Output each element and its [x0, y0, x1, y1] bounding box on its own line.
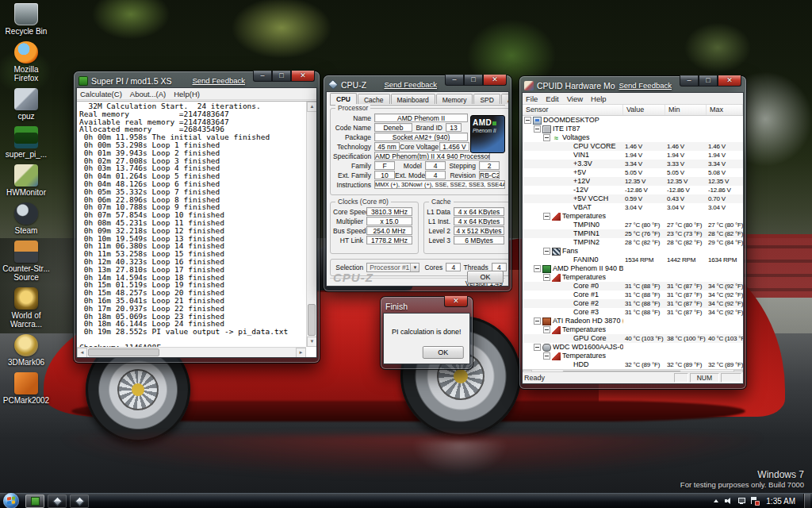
minimize-button[interactable]: –: [680, 75, 699, 87]
cpuz-tab[interactable]: SPD: [473, 94, 500, 104]
superpi-titlebar[interactable]: Super PI / mod1.5 XS Send Feedback – □ ✕: [76, 74, 317, 87]
sensor-row[interactable]: FANIN0 1534 RPM 1442 RPM 1634 RPM: [523, 256, 743, 264]
tree-collapse-toggle[interactable]: [534, 125, 541, 133]
finish-dialog-titlebar[interactable]: Finish ✕: [383, 299, 470, 313]
desktop-icon[interactable]: Steam: [2, 202, 51, 235]
show-hidden-icons-button[interactable]: [712, 497, 720, 505]
action-center-flag-icon[interactable]: [750, 497, 758, 505]
ok-button[interactable]: OK: [423, 346, 464, 359]
menu-item[interactable]: File: [526, 94, 538, 103]
column-header[interactable]: Value: [623, 105, 665, 115]
desktop-icon[interactable]: 3DMark06: [2, 334, 51, 367]
sensor-row[interactable]: Temperatures: [523, 325, 743, 334]
close-button[interactable]: ✕: [444, 296, 468, 307]
maximize-button[interactable]: □: [699, 75, 718, 87]
desktop-icon[interactable]: Mozilla Firefox: [2, 41, 51, 83]
cpuz-tab[interactable]: Cache: [358, 94, 390, 104]
taskbar-clock[interactable]: 1:35 AM: [763, 497, 799, 506]
tree-collapse-toggle[interactable]: [534, 344, 541, 351]
sensor-row[interactable]: CPU VCORE 1.46 V 1.46 V 1.46 V: [523, 142, 743, 151]
desktop-icon[interactable]: HWMonitor: [2, 164, 51, 197]
sensor-row[interactable]: +3.3V 3.34 V 3.33 V 3.34 V: [523, 160, 743, 168]
column-header[interactable]: Sensor: [523, 105, 623, 115]
menu-item[interactable]: Calculate(C): [80, 90, 122, 98]
send-feedback-link[interactable]: Send Feedback: [384, 80, 437, 89]
sensor-row[interactable]: GPU Core 40 °C (103 °F) 38 °C (100 °F) 4…: [523, 334, 743, 343]
sensor-row[interactable]: Temperatures: [523, 273, 743, 282]
sensor-row[interactable]: Fans: [523, 247, 743, 256]
sensor-row[interactable]: WDC WD1600AAJS-00B...: [523, 343, 743, 352]
taskbar-button[interactable]: [25, 495, 44, 508]
sensor-row[interactable]: ATI Radeon HD 3870 (M...: [523, 317, 743, 325]
scroll-left-button[interactable]: ◄: [77, 348, 87, 358]
tree-collapse-toggle[interactable]: [543, 213, 550, 220]
send-feedback-link[interactable]: Send Feedback: [619, 81, 672, 90]
cpuz-tab[interactable]: Mainboard: [391, 94, 435, 104]
desktop-icon[interactable]: cpuz: [2, 88, 51, 121]
desktop-icon[interactable]: Counter-Str... Source: [2, 241, 51, 282]
show-desktop-button[interactable]: [803, 494, 810, 508]
sensor-row[interactable]: VIN1 1.94 V 1.94 V 1.94 V: [523, 151, 743, 160]
column-header[interactable]: Max: [707, 105, 743, 115]
sensor-row[interactable]: Core #1 31 °C (88 °F) 31 °C (87 °F) 34 °…: [523, 291, 743, 299]
sensor-row[interactable]: +12V 12.35 V 12.35 V 12.35 V: [523, 177, 743, 186]
menu-item[interactable]: Edit: [546, 94, 558, 103]
tree-collapse-toggle[interactable]: [524, 117, 531, 124]
desktop-icon[interactable]: super_pi_...: [2, 126, 51, 159]
cpuz-titlebar[interactable]: CPU-Z Send Feedback – □ ✕: [326, 78, 509, 91]
sensor-row[interactable]: +5V VCCH 0.59 V 0.43 V 0.70 V: [523, 194, 743, 203]
close-button[interactable]: ✕: [291, 71, 315, 82]
vertical-scrollbar[interactable]: ▲ ▼: [306, 102, 316, 347]
tree-collapse-toggle[interactable]: [543, 248, 550, 255]
tree-collapse-toggle[interactable]: [534, 318, 541, 325]
sensor-row[interactable]: Core #3 31 °C (88 °F) 31 °C (87 °F) 34 °…: [523, 308, 743, 317]
desktop-icon[interactable]: World of Warcra...: [2, 287, 51, 329]
minimize-button[interactable]: –: [253, 71, 272, 82]
scroll-right-button[interactable]: ►: [296, 348, 306, 358]
send-feedback-link[interactable]: Send Feedback: [192, 76, 245, 85]
processor-select[interactable]: Processor #1 ▼: [366, 263, 419, 272]
sensor-row[interactable]: HDD 32 °C (89 °F) 32 °C (89 °F) 32 °C (8…: [523, 360, 743, 369]
tree-collapse-toggle[interactable]: [543, 134, 550, 141]
sensor-row[interactable]: VBAT 3.04 V 3.04 V 3.04 V: [523, 203, 743, 212]
sensor-row[interactable]: Temperatures: [523, 352, 743, 360]
tree-collapse-toggle[interactable]: [534, 265, 541, 272]
maximize-button[interactable]: □: [272, 71, 291, 82]
sensor-row[interactable]: TMPIN0 27 °C (80 °F) 27 °C (80 °F) 27 °C…: [523, 221, 743, 229]
scroll-down-button[interactable]: ▼: [307, 337, 317, 347]
menu-item[interactable]: Help: [591, 94, 607, 103]
cpuz-tab[interactable]: Memory: [436, 94, 473, 104]
superpi-log-text[interactable]: 32M Calculation Start. 24 iterations. Re…: [79, 102, 305, 347]
close-button[interactable]: ✕: [718, 75, 741, 87]
start-button[interactable]: [3, 493, 19, 508]
close-button[interactable]: ✕: [483, 75, 507, 86]
desktop-icon[interactable]: PCMark2002: [2, 372, 51, 405]
scroll-up-button[interactable]: ▲: [307, 102, 317, 112]
maximize-button[interactable]: □: [464, 75, 483, 86]
sensor-row[interactable]: TMPIN1 25 °C (76 °F) 23 °C (73 °F) 28 °C…: [523, 229, 743, 238]
sensor-row[interactable]: AMD Phenom II 940 Bla...: [523, 264, 743, 273]
network-icon[interactable]: [737, 497, 745, 505]
resize-grip[interactable]: [721, 373, 741, 383]
menu-item[interactable]: View: [567, 94, 583, 103]
hwmonitor-titlebar[interactable]: CPUID Hardware Monitor Send Feedback – □…: [522, 79, 744, 92]
desktop-icon[interactable]: Recycle Bin: [2, 3, 51, 36]
ok-button[interactable]: OK: [467, 271, 504, 283]
taskbar-button[interactable]: [70, 495, 89, 508]
tree-collapse-toggle[interactable]: [543, 274, 550, 281]
sensor-row[interactable]: TMPIN2 28 °C (82 °F) 28 °C (82 °F) 29 °C…: [523, 238, 743, 247]
sensor-row[interactable]: Temperatures: [523, 212, 743, 221]
sensor-row[interactable]: -12V -12.86 V -12.86 V -12.86 V: [523, 186, 743, 194]
cpuz-tab[interactable]: About: [501, 94, 509, 104]
menu-item[interactable]: About...(A): [130, 90, 166, 98]
tree-collapse-toggle[interactable]: [543, 352, 550, 360]
sensor-row[interactable]: ITE IT87: [523, 125, 743, 133]
horizontal-scroll-thumb[interactable]: [88, 348, 159, 356]
sensor-row[interactable]: +5V 5.05 V 5.05 V 5.08 V: [523, 168, 743, 177]
sensor-row[interactable]: Core #2 31 °C (88 °F) 31 °C (87 °F) 34 °…: [523, 299, 743, 308]
sensor-row[interactable]: Voltages: [523, 133, 743, 142]
volume-icon[interactable]: [725, 497, 733, 505]
cpuz-tab[interactable]: CPU: [330, 93, 357, 105]
tree-collapse-toggle[interactable]: [543, 326, 550, 333]
menu-item[interactable]: Help(H): [174, 90, 200, 98]
